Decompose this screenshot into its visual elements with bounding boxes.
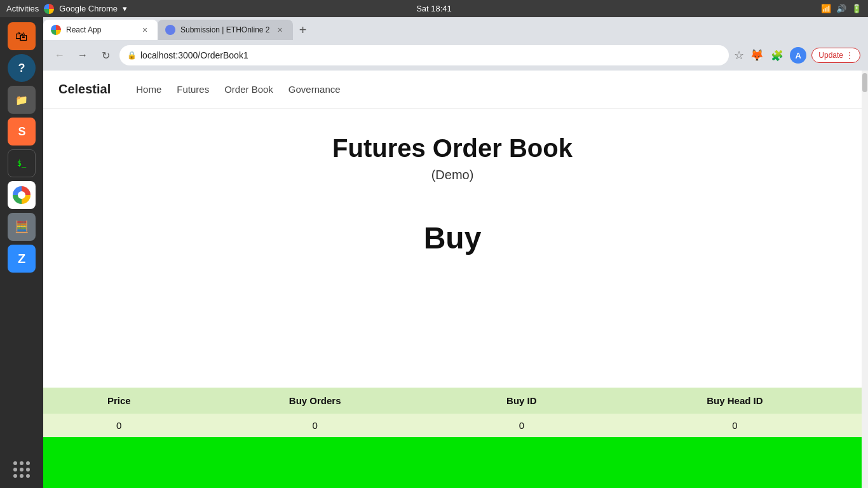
col-price: Price: [43, 388, 194, 414]
activities-label[interactable]: Activities: [6, 4, 39, 13]
wifi-icon: 📶: [821, 4, 831, 13]
chrome-os-icon: [44, 4, 54, 14]
eth-submission-favicon: [165, 25, 175, 35]
page-subtitle: (Demo): [431, 168, 474, 182]
app-brand[interactable]: Celestial: [58, 82, 111, 97]
profile-avatar[interactable]: A: [790, 47, 806, 64]
fox-extension-icon[interactable]: 🦊: [749, 48, 764, 63]
chrome-label: Google Chrome: [59, 4, 118, 13]
page-content: Celestial Home Futures Order Book Govern…: [43, 71, 862, 488]
nav-futures[interactable]: Futures: [177, 84, 209, 95]
update-label: Update: [818, 51, 843, 60]
os-topbar-left: Activities Google Chrome ▾: [6, 4, 127, 14]
react-app-favicon: [51, 25, 61, 35]
volume-icon: 🔊: [836, 4, 846, 13]
store-icon[interactable]: 🛍: [8, 22, 36, 50]
battery-icon: 🔋: [851, 4, 862, 13]
terminal-icon[interactable]: $_: [8, 149, 36, 177]
os-topbar: Activities Google Chrome ▾ Sat 18:41 📶 🔊…: [0, 0, 868, 17]
table-row: 0 0 0 0: [43, 414, 862, 437]
cell-buy-id: 0: [435, 414, 608, 437]
address-bar: ← → ↻ 🔒 localhost:3000/OrderBook1 ☆ 🦊 🧩 …: [43, 40, 868, 71]
table-header-row: Price Buy Orders Buy ID Buy Head ID: [43, 388, 862, 414]
url-bar[interactable]: 🔒 localhost:3000/OrderBook1: [119, 45, 729, 65]
col-buy-head-id: Buy Head ID: [608, 388, 862, 414]
order-table: Price Buy Orders Buy ID Buy Head ID 0 0 …: [43, 388, 862, 437]
scrollbar-thumb[interactable]: [862, 73, 867, 92]
tab-react-app-label: React App: [66, 25, 135, 34]
app-nav: Celestial Home Futures Order Book Govern…: [43, 71, 862, 109]
files-icon[interactable]: 📁: [8, 86, 36, 114]
order-table-section: Price Buy Orders Buy ID Buy Head ID 0 0 …: [43, 388, 862, 488]
nav-governance[interactable]: Governance: [288, 84, 341, 95]
puzzle-extension-icon[interactable]: 🧩: [770, 48, 785, 63]
sublime-icon[interactable]: S: [8, 118, 36, 146]
chrome-taskbar-icon[interactable]: [8, 181, 36, 209]
browser-body: Celestial Home Futures Order Book Govern…: [43, 71, 868, 488]
zoom-icon[interactable]: Z: [8, 245, 36, 273]
new-tab-button[interactable]: +: [293, 20, 313, 40]
tab-react-app-close[interactable]: ×: [140, 25, 150, 35]
page-main: Futures Order Book (Demo) Buy: [43, 109, 862, 388]
address-bar-right: ☆ 🦊 🧩 A Update ⋮: [734, 47, 860, 64]
browser-window: React App × Submission | ETHOnline 2 × +…: [43, 17, 868, 488]
app-grid-icon[interactable]: [13, 461, 30, 483]
lock-icon: 🔒: [127, 51, 137, 60]
green-bar: [43, 437, 862, 488]
help-icon[interactable]: ?: [8, 54, 36, 82]
scrollbar-track[interactable]: [862, 71, 868, 488]
buy-section-title: Buy: [424, 220, 482, 255]
tab-react-app[interactable]: React App ×: [43, 20, 158, 40]
chevron-down-icon: ▾: [123, 4, 127, 13]
cell-price: 0: [43, 414, 194, 437]
back-button[interactable]: ←: [51, 46, 69, 64]
os-topbar-right: 📶 🔊 🔋: [821, 4, 862, 13]
url-text: localhost:3000/OrderBook1: [140, 50, 248, 60]
page-title: Futures Order Book: [332, 134, 573, 163]
tab-eth-submission-close[interactable]: ×: [275, 25, 285, 35]
tab-eth-submission[interactable]: Submission | ETHOnline 2 ×: [158, 20, 293, 40]
taskbar-left: 🛍 ? 📁 S $_ 🧮 Z: [0, 17, 43, 488]
nav-order-book[interactable]: Order Book: [224, 84, 273, 95]
bookmark-icon[interactable]: ☆: [734, 48, 744, 62]
os-clock: Sat 18:41: [416, 4, 452, 13]
col-buy-orders: Buy Orders: [194, 388, 435, 414]
calculator-icon[interactable]: 🧮: [8, 213, 36, 241]
nav-home[interactable]: Home: [136, 84, 161, 95]
forward-button[interactable]: →: [74, 46, 92, 64]
update-dots-icon: ⋮: [846, 51, 853, 60]
update-button[interactable]: Update ⋮: [811, 48, 860, 63]
browser-chrome: React App × Submission | ETHOnline 2 × +…: [43, 17, 868, 71]
tab-bar: React App × Submission | ETHOnline 2 × +: [43, 17, 868, 40]
tab-eth-submission-label: Submission | ETHOnline 2: [180, 25, 270, 34]
cell-buy-head-id: 0: [608, 414, 862, 437]
reload-button[interactable]: ↻: [97, 46, 114, 64]
cell-buy-orders: 0: [194, 414, 435, 437]
col-buy-id: Buy ID: [435, 388, 608, 414]
